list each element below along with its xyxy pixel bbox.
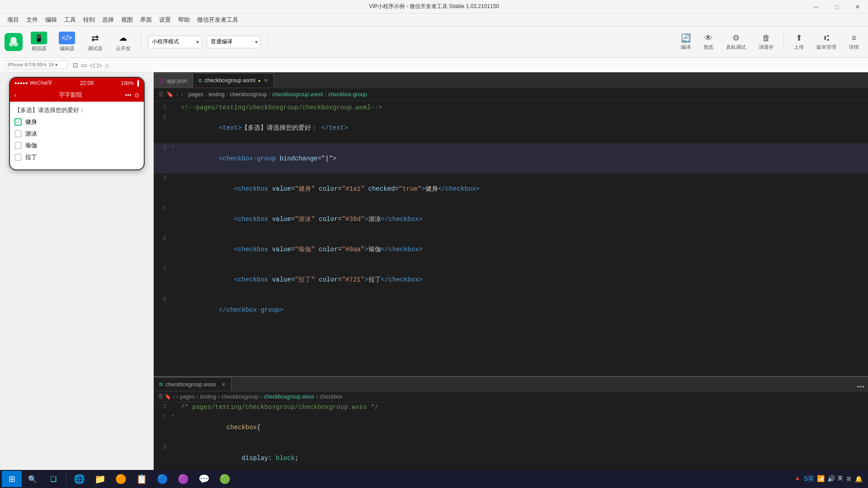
svg-point-2	[14, 42, 18, 47]
device-bar: iPhone 6/7/8 85% 16 ▾ ⊡ ▭ ◁ ▷ ⌂	[0, 58, 868, 72]
preview-button[interactable]: 👁 预览	[699, 32, 718, 52]
debugger-button[interactable]: ⇄ 调试器	[83, 30, 107, 54]
compile-select[interactable]: 普通编译	[207, 36, 261, 48]
wxss-more-button[interactable]: •••	[853, 383, 868, 391]
bc-testing[interactable]: testing	[208, 91, 224, 98]
real-dev-button[interactable]: ⚙ 真机调试	[722, 31, 750, 52]
taskbar-app1[interactable]: 🟠	[111, 471, 131, 487]
compile-label2: 编译	[681, 44, 691, 51]
maximize-button[interactable]: □	[826, 0, 847, 13]
taskbar-explorer[interactable]: 📁	[90, 471, 110, 487]
taskbar-search[interactable]: 🔍	[23, 471, 42, 487]
checkbox-label-jianshen: 健身	[25, 118, 37, 126]
menu-help[interactable]: 帮助	[175, 15, 193, 25]
tray-icon-1[interactable]: 🔺	[794, 475, 801, 483]
checkbox-item-yujia[interactable]: 瑜伽	[14, 141, 139, 150]
back-icon[interactable]: ◁	[90, 61, 94, 69]
real-dev-label: 真机调试	[726, 44, 746, 51]
tab-wxss[interactable]: ⧉ checkboxgroup.wxss ✕	[154, 377, 231, 391]
wxss-tab-close[interactable]: ✕	[221, 381, 226, 388]
checkbox-item-youyong[interactable]: 游泳	[14, 130, 139, 138]
checkbox-item-latin[interactable]: 拉丁	[14, 153, 139, 161]
menu-interface[interactable]: 界面	[137, 15, 156, 25]
home-icon[interactable]: ⌂	[105, 61, 108, 69]
taskbar-taskview[interactable]: ❑	[43, 471, 63, 487]
breadcrumb-forward-icon[interactable]: ›	[181, 91, 183, 98]
menu-edit[interactable]: 编辑	[42, 15, 61, 25]
simulator-panel: ●●●●● WeChat字 22:09 100% ▐ ‹ 字字影院 ••• ⊙	[0, 72, 154, 475]
tray-icon-sogou[interactable]: S英	[804, 475, 814, 483]
notification-btn[interactable]: 🔔	[855, 475, 863, 483]
menu-select[interactable]: 选择	[99, 15, 118, 25]
forward-icon[interactable]: ▷	[97, 61, 102, 69]
nav-home-icon[interactable]: ⊙	[134, 92, 139, 99]
wxss-back-icon[interactable]: ‹	[173, 394, 175, 400]
more-icon[interactable]: •••	[125, 92, 132, 99]
tray-volume[interactable]: 🔊	[827, 475, 835, 483]
taskbar-chrome[interactable]: 🌐	[69, 471, 89, 487]
wxss-bc-pages[interactable]: pages	[180, 394, 195, 400]
wxss-code-editor[interactable]: 1 /* pages/testing/checkboxgroup/checkbo…	[154, 402, 868, 475]
tab-wxml[interactable]: ⧉ checkboxgroup.wxml ● ✕	[193, 73, 274, 88]
bc-checkboxgroup[interactable]: checkboxgroup	[230, 91, 267, 98]
tab-modified-dot: ●	[258, 78, 261, 83]
mode-select[interactable]: 小程序模式	[148, 36, 202, 48]
compile-button[interactable]: 🔄 编译	[676, 31, 695, 52]
checkbox-label-youyong: 游泳	[25, 130, 37, 138]
taskbar-app2[interactable]: 📋	[132, 471, 151, 487]
tray-network[interactable]: 📶	[817, 475, 825, 483]
toolbar-right: 🔄 编译 👁 预览 ⚙ 真机调试 🗑 清缓存 ⬆ 上传 ⑆ 版本管理 ≡ 详情	[676, 31, 863, 52]
tab-close-button[interactable]: ✕	[264, 77, 268, 84]
bc-checkbox-group[interactable]: checkbox-group	[328, 91, 367, 98]
cloud-button[interactable]: ☁ 云开发	[111, 30, 135, 54]
editor-button[interactable]: </> 编辑器	[55, 30, 79, 54]
breadcrumb-actions: ☰ 🔖 ‹ ›	[158, 91, 183, 98]
detail-button[interactable]: ≡ 详情	[844, 32, 863, 52]
menu-file[interactable]: 文件	[23, 15, 42, 25]
rotate-icon[interactable]: ⊡	[73, 61, 78, 69]
battery-icon: ▐	[136, 80, 139, 86]
start-button[interactable]: ⊞	[2, 471, 22, 487]
close-button[interactable]: ✕	[847, 0, 868, 13]
menu-wechat-dev[interactable]: 微信开发者工具	[193, 15, 242, 25]
wxml-breadcrumb: ☰ 🔖 ‹ › pages › testing › checkboxgroup …	[154, 88, 868, 101]
bc-wxml-file[interactable]: checkboxgroup.wxml	[272, 91, 323, 98]
wxss-bookmark-icon[interactable]: 🔖	[165, 394, 171, 400]
menu-project[interactable]: 项目	[4, 15, 23, 25]
taskbar-app5[interactable]: 💬	[194, 471, 214, 487]
wxss-bc-checkbox[interactable]: checkbox	[320, 394, 343, 400]
checkbox-mark-jianshen: ✓	[14, 118, 22, 126]
upload-button[interactable]: ⬆ 上传	[789, 31, 808, 52]
back-nav-icon[interactable]: ‹	[14, 92, 16, 99]
wxss-bc-checkboxgroup[interactable]: checkboxgroup	[222, 394, 258, 400]
wxss-forward-icon[interactable]: ›	[176, 394, 178, 400]
menu-settings[interactable]: 设置	[156, 15, 175, 25]
app-json-icon: { }	[159, 78, 164, 84]
menu-goto[interactable]: 转到	[80, 15, 99, 25]
simulator-button[interactable]: 📱 模拟器	[27, 30, 51, 54]
breadcrumb-back-icon[interactable]: ‹	[176, 91, 178, 98]
wxss-menu-icon[interactable]: ☰	[158, 394, 163, 400]
device-select[interactable]: iPhone 6/7/8 85% 16 ▾	[5, 61, 67, 69]
bc-pages[interactable]: pages	[189, 91, 203, 98]
wxss-bc-testing[interactable]: testing	[200, 394, 216, 400]
taskbar-app3[interactable]: 🔵	[152, 471, 172, 487]
editor-label: 编辑器	[60, 45, 75, 52]
menu-tools[interactable]: 工具	[61, 15, 80, 25]
tab-app-json[interactable]: { } app.json	[154, 73, 193, 88]
version-button[interactable]: ⑆ 版本管理	[812, 32, 841, 52]
taskbar-app4[interactable]: 🟣	[173, 471, 193, 487]
clear-cache-button[interactable]: 🗑 清缓存	[754, 32, 778, 52]
checkbox-item-jianshen[interactable]: ✓ 健身	[14, 118, 139, 126]
wxml-code-editor[interactable]: 1 <!--pages/testing/checkboxgroup/checkb…	[154, 101, 868, 376]
device-icons: ⊡ ▭ ◁ ▷ ⌂	[73, 61, 108, 69]
breadcrumb-bookmark-icon[interactable]: 🔖	[166, 91, 174, 98]
menu-view[interactable]: 视图	[118, 15, 137, 25]
tablet-icon[interactable]: ▭	[81, 61, 87, 69]
wxss-bc-file[interactable]: checkboxgroup.wxss	[264, 394, 314, 400]
minimize-button[interactable]: ─	[806, 0, 826, 13]
tray-lang[interactable]: 英	[838, 475, 843, 483]
breadcrumb-menu-icon[interactable]: ☰	[158, 91, 164, 98]
taskbar-app6[interactable]: 🟢	[215, 471, 235, 487]
explorer-icon: 📁	[94, 474, 106, 484]
